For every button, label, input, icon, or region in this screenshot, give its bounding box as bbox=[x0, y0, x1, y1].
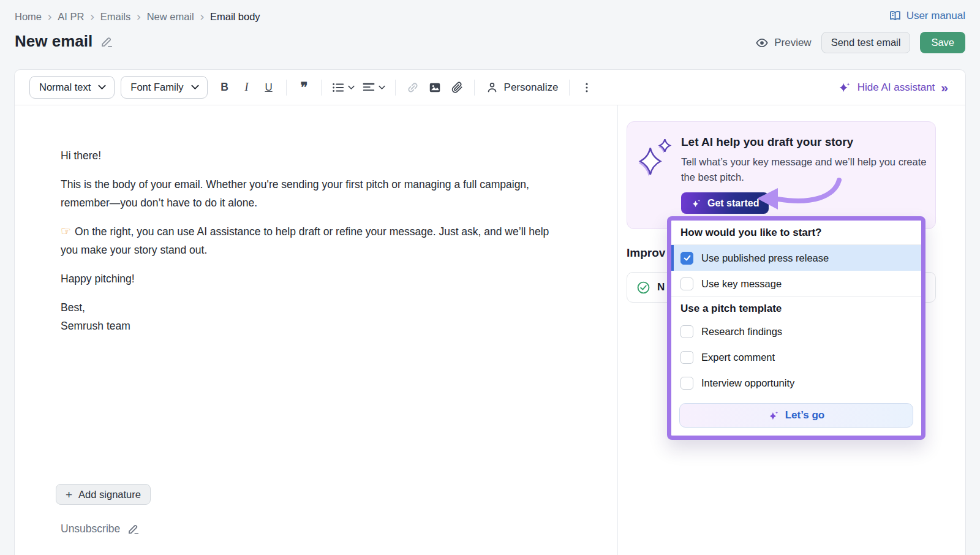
toolbar-separator bbox=[321, 80, 322, 96]
option-label: Expert comment bbox=[701, 352, 775, 363]
toolbar-separator bbox=[286, 80, 287, 96]
check-circle-icon bbox=[636, 281, 650, 295]
improve-item-label: N bbox=[657, 281, 665, 293]
sparkle-icon bbox=[768, 410, 780, 421]
toolbar-separator bbox=[569, 80, 570, 96]
double-chevron-right-icon: » bbox=[941, 81, 948, 94]
selected-indicator-bar bbox=[671, 245, 674, 271]
ai-promo-content: Let AI help you draft your story Tell wh… bbox=[681, 135, 932, 228]
breadcrumb: Home › AI PR › Emails › New email › Emai… bbox=[15, 11, 260, 23]
chevron-right-icon: › bbox=[137, 10, 140, 22]
send-test-email-button[interactable]: Send test email bbox=[821, 32, 911, 53]
sparkles-icon bbox=[637, 135, 674, 228]
sparkle-icon bbox=[691, 198, 702, 209]
edit-unsubscribe-pencil-icon[interactable] bbox=[127, 522, 140, 535]
bold-button[interactable]: B bbox=[214, 77, 236, 99]
option-use-key-message[interactable]: Use key message bbox=[671, 271, 921, 296]
email-paragraph: Happy pitching! bbox=[61, 270, 569, 288]
option-label: Use published press release bbox=[701, 252, 829, 264]
pointing-right-emoji: ☞ bbox=[61, 225, 71, 238]
hide-ai-assistant-button[interactable]: Hide AI assistant » bbox=[838, 81, 951, 94]
bullet-list-button[interactable] bbox=[328, 77, 358, 99]
checkbox-unchecked-icon[interactable] bbox=[680, 325, 693, 338]
ai-promo-title: Let AI help you draft your story bbox=[681, 135, 932, 149]
lets-go-button[interactable]: Let’s go bbox=[679, 403, 913, 428]
option-expert-comment[interactable]: Expert comment bbox=[671, 344, 921, 370]
text-align-button[interactable] bbox=[358, 77, 389, 99]
start-menu-header: How would you like to start? bbox=[671, 221, 921, 244]
personalize-label: Personalize bbox=[504, 81, 559, 94]
chevron-down-icon bbox=[348, 85, 355, 90]
email-paragraph: Hi there! bbox=[61, 146, 569, 165]
pitch-template-section-header: Use a pitch template bbox=[671, 297, 921, 319]
option-research-findings[interactable]: Research findings bbox=[671, 319, 921, 344]
unsubscribe-label: Unsubscribe bbox=[61, 523, 120, 535]
eye-icon bbox=[755, 36, 769, 50]
panel-divider bbox=[617, 105, 618, 555]
user-manual-label: User manual bbox=[907, 10, 965, 22]
option-label: Use key message bbox=[701, 278, 782, 290]
checkbox-unchecked-icon[interactable] bbox=[680, 377, 693, 390]
add-signature-button[interactable]: + Add signature bbox=[56, 484, 151, 505]
more-options-button[interactable] bbox=[576, 77, 598, 99]
breadcrumb-emails[interactable]: Emails bbox=[100, 11, 131, 23]
plus-icon: + bbox=[66, 489, 72, 500]
get-started-button[interactable]: Get started bbox=[681, 192, 769, 214]
insert-image-button[interactable] bbox=[424, 77, 446, 99]
email-signoff: Best,Semrush team bbox=[61, 298, 569, 335]
email-paragraph: This is the body of your email. Whether … bbox=[61, 175, 569, 212]
option-label: Research findings bbox=[701, 326, 782, 338]
email-paragraph-text: On the right, you can use AI assistance … bbox=[61, 225, 549, 256]
hide-ai-assistant-label: Hide AI assistant bbox=[858, 81, 935, 94]
checkbox-checked-icon[interactable] bbox=[680, 252, 693, 265]
edit-title-pencil-icon[interactable] bbox=[100, 34, 114, 48]
breadcrumb-new-email[interactable]: New email bbox=[147, 11, 194, 23]
editor-toolbar: Normal text Font Family B I U ❞ bbox=[15, 70, 965, 105]
font-family-value: Font Family bbox=[130, 81, 183, 93]
ai-assistant-promo-card: Let AI help you draft your story Tell wh… bbox=[627, 121, 936, 229]
checkbox-unchecked-icon[interactable] bbox=[680, 278, 693, 290]
underline-button[interactable]: U bbox=[258, 77, 280, 99]
preview-button[interactable]: Preview bbox=[755, 36, 811, 50]
font-family-select[interactable]: Font Family bbox=[121, 76, 207, 99]
italic-button[interactable]: I bbox=[236, 77, 258, 99]
option-label: Interview opportunity bbox=[701, 377, 794, 389]
chevron-down-icon bbox=[98, 85, 106, 90]
ai-start-menu: How would you like to start? Use publish… bbox=[667, 216, 925, 440]
breadcrumb-ai-pr[interactable]: AI PR bbox=[58, 11, 84, 23]
personalize-button[interactable]: Personalize bbox=[481, 77, 564, 99]
blockquote-button[interactable]: ❞ bbox=[293, 77, 315, 99]
improve-section-heading: Improv bbox=[627, 246, 665, 260]
email-body-editor[interactable]: Hi there! This is the body of your email… bbox=[61, 146, 569, 345]
attachment-button[interactable] bbox=[446, 77, 468, 99]
chevron-down-icon bbox=[191, 85, 199, 90]
toolbar-separator bbox=[395, 80, 396, 96]
link-button[interactable] bbox=[402, 77, 424, 99]
ai-promo-subtitle: Tell what’s your key message and we’ll h… bbox=[681, 154, 932, 185]
checkbox-unchecked-icon[interactable] bbox=[680, 351, 693, 364]
title-row: New email bbox=[15, 32, 114, 51]
sparkle-icon bbox=[838, 81, 851, 94]
book-icon bbox=[889, 9, 902, 22]
paragraph-style-select[interactable]: Normal text bbox=[29, 76, 115, 99]
email-paragraph: ☞On the right, you can use AI assistance… bbox=[61, 222, 569, 259]
breadcrumb-home[interactable]: Home bbox=[15, 11, 42, 23]
chevron-right-icon: › bbox=[90, 10, 94, 22]
get-started-label: Get started bbox=[707, 198, 759, 209]
user-manual-link[interactable]: User manual bbox=[889, 9, 965, 22]
page-title: New email bbox=[15, 32, 92, 51]
option-interview-opportunity[interactable]: Interview opportunity bbox=[671, 370, 921, 396]
signoff-line: Semrush team bbox=[61, 320, 130, 332]
header-actions: Preview Send test email Save bbox=[755, 32, 965, 53]
save-button[interactable]: Save bbox=[920, 32, 965, 53]
breadcrumb-email-body: Email body bbox=[210, 11, 260, 23]
paragraph-style-value: Normal text bbox=[39, 81, 91, 93]
option-use-published-press-release[interactable]: Use published press release bbox=[671, 245, 921, 271]
unsubscribe-link[interactable]: Unsubscribe bbox=[61, 522, 140, 535]
chevron-right-icon: › bbox=[48, 10, 51, 22]
toolbar-separator bbox=[474, 80, 475, 96]
signoff-line: Best, bbox=[61, 301, 85, 314]
person-icon bbox=[486, 81, 499, 94]
lets-go-label: Let’s go bbox=[785, 409, 825, 421]
chevron-right-icon: › bbox=[200, 10, 204, 22]
